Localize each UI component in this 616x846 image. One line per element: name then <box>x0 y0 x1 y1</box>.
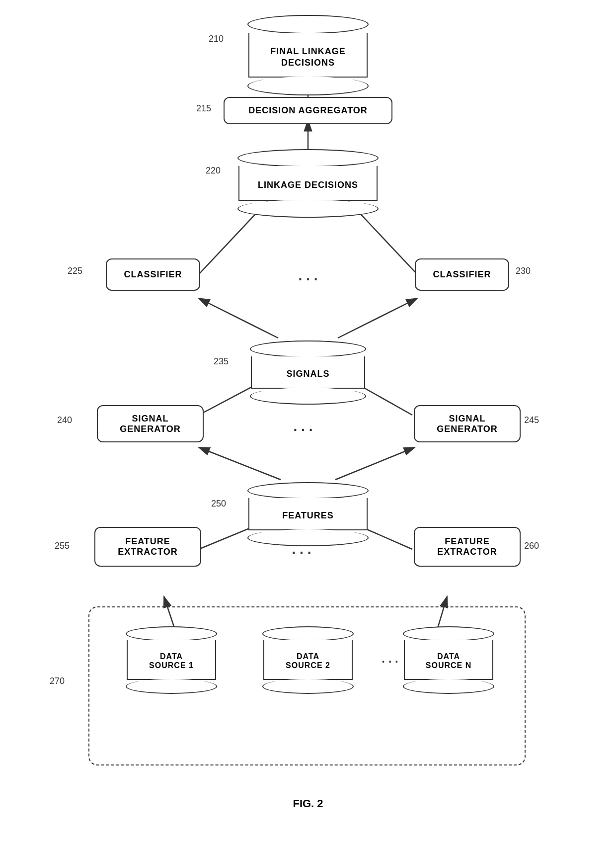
cylinder-bottom-signals <box>250 388 366 405</box>
features-cylinder: FEATURES <box>248 482 368 546</box>
feature-ext-left-label: FEATUREEXTRACTOR <box>118 536 178 557</box>
ref-230: 230 <box>516 266 531 276</box>
ref-225: 225 <box>68 266 82 276</box>
svg-line-5 <box>199 298 278 338</box>
classifier-dots: . . . <box>283 266 333 286</box>
ref-270: 270 <box>50 676 65 686</box>
cylinder-top-linkage <box>237 149 379 167</box>
data-source-n-label: DATASOURCE N <box>404 640 493 680</box>
cylinder-top-ds2 <box>262 626 354 641</box>
svg-line-10 <box>335 447 415 480</box>
feature-ext-right-box: FEATUREEXTRACTOR <box>414 527 521 567</box>
signal-gen-right-label: SIGNALGENERATOR <box>437 414 497 434</box>
classifier-right-label: CLASSIFIER <box>433 269 491 280</box>
feature-ext-right-label: FEATUREEXTRACTOR <box>437 536 497 557</box>
final-linkage-cylinder: FINAL LINKAGE DECISIONS <box>248 15 368 95</box>
linkage-decisions-label: LINKAGE DECISIONS <box>238 166 378 201</box>
signal-gen-left-label: SIGNALGENERATOR <box>120 414 180 434</box>
features-label: FEATURES <box>248 498 368 530</box>
cylinder-top-signals <box>250 340 366 357</box>
svg-line-9 <box>199 447 281 480</box>
ref-210: 210 <box>209 34 224 44</box>
figure-label: FIG. 2 <box>0 797 616 810</box>
cylinder-bottom-linkage <box>237 200 379 218</box>
ref-260: 260 <box>524 541 539 551</box>
cylinder-bottom-dsn <box>403 679 494 694</box>
cylinder-top-dsn <box>403 626 494 641</box>
signals-label: SIGNALS <box>251 356 365 389</box>
ref-245: 245 <box>524 415 539 425</box>
cylinder-bottom-ds2 <box>262 679 354 694</box>
signal-gen-left-box: SIGNALGENERATOR <box>97 405 204 442</box>
ref-235: 235 <box>214 356 229 367</box>
classifier-left-label: CLASSIFIER <box>124 269 182 280</box>
ref-215: 215 <box>196 103 211 114</box>
classifier-left-box: CLASSIFIER <box>106 258 200 291</box>
feature-ext-dots: . . . <box>277 539 326 559</box>
data-source-2-label: DATASOURCE 2 <box>263 640 353 680</box>
linkage-decisions-cylinder: LINKAGE DECISIONS <box>238 149 378 218</box>
ref-240: 240 <box>57 415 72 425</box>
data-source-2-cylinder: DATASOURCE 2 <box>263 626 353 694</box>
data-source-1-cylinder: DATASOURCE 1 <box>127 626 216 694</box>
signal-gen-right-box: SIGNALGENERATOR <box>414 405 521 442</box>
cylinder-top-final <box>247 15 369 34</box>
decision-aggregator-box: DECISION AGGREGATOR <box>224 97 392 124</box>
cylinder-top-ds1 <box>126 626 217 641</box>
classifier-right-box: CLASSIFIER <box>415 258 509 291</box>
data-source-1-label: DATASOURCE 1 <box>127 640 216 680</box>
cylinder-bottom-final <box>247 77 369 95</box>
cylinder-bottom-ds1 <box>126 679 217 694</box>
data-source-n-cylinder: DATASOURCE N <box>404 626 493 694</box>
final-linkage-label: FINAL LINKAGE DECISIONS <box>248 33 368 78</box>
feature-ext-left-box: FEATUREEXTRACTOR <box>94 527 201 567</box>
signal-gen-dots: . . . <box>278 417 328 436</box>
diagram: FINAL LINKAGE DECISIONS 210 DECISION AGG… <box>0 0 616 820</box>
ref-255: 255 <box>55 541 70 551</box>
decision-aggregator-label: DECISION AGGREGATOR <box>248 105 368 116</box>
ref-220: 220 <box>206 166 221 176</box>
ref-250: 250 <box>211 499 226 509</box>
signals-cylinder: SIGNALS <box>251 340 365 405</box>
cylinder-top-features <box>247 482 369 499</box>
svg-line-6 <box>338 298 417 338</box>
